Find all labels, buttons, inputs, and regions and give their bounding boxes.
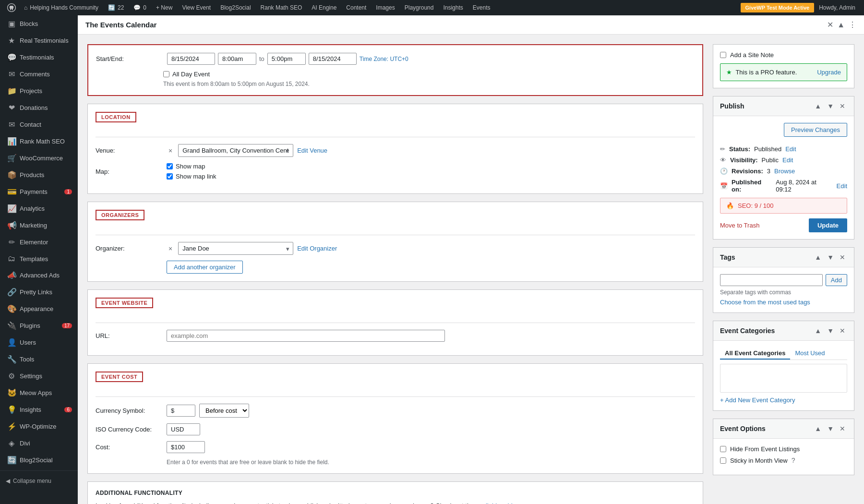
sidebar-item-advanced-ads[interactable]: 📣 Advanced Ads	[0, 267, 78, 284]
timezone-link[interactable]: Time Zone: UTC+0	[360, 56, 408, 62]
start-date-input[interactable]	[167, 53, 215, 65]
add-ons-link[interactable]: available add-ons	[476, 502, 525, 504]
collapse-menu-button[interactable]: ◀ Collapse menu	[0, 473, 78, 489]
sidebar-item-meow-apps[interactable]: 🐱 Meow Apps	[0, 384, 78, 401]
sidebar-item-insights[interactable]: 💡 Insights 6	[0, 401, 78, 418]
url-input[interactable]	[167, 330, 445, 342]
edit-venue-link[interactable]: Edit Venue	[297, 147, 327, 154]
show-map-link-checkbox[interactable]	[167, 173, 173, 180]
sidebar-item-blog2social[interactable]: 🔄 Blog2Social	[0, 452, 78, 468]
event-options-collapse-button[interactable]: ▲	[813, 424, 823, 433]
event-categories-expand-button[interactable]: ▼	[825, 326, 836, 336]
content-bar[interactable]: Content	[341, 0, 371, 15]
hide-from-listings-label[interactable]: Hide From Event Listings	[730, 445, 800, 453]
most-used-tab[interactable]: Most Used	[790, 348, 829, 360]
site-note-checkbox[interactable]	[720, 52, 726, 58]
add-tag-button[interactable]: Add	[826, 274, 847, 286]
sidebar-item-pretty-links[interactable]: 🔗 Pretty Links	[0, 284, 78, 300]
all-day-label[interactable]: All Day Event	[172, 71, 210, 78]
rank-math-bar[interactable]: Rank Math SEO	[256, 0, 307, 15]
update-button[interactable]: Update	[809, 218, 847, 232]
sidebar-item-contact[interactable]: ✉ Contact	[0, 116, 78, 133]
tags-collapse-button[interactable]: ▲	[813, 252, 823, 262]
hide-from-listings-checkbox[interactable]	[720, 446, 726, 452]
end-date-input[interactable]	[309, 53, 357, 65]
cost-input[interactable]	[167, 441, 205, 453]
tags-choose-link[interactable]: Choose from the most used tags	[720, 299, 810, 306]
publish-collapse-button[interactable]: ▲	[813, 101, 823, 111]
iso-input[interactable]	[167, 423, 200, 435]
event-options-expand-button[interactable]: ▼	[825, 424, 836, 433]
images-bar[interactable]: Images	[371, 0, 399, 15]
tec-settings-button[interactable]: ⋮	[849, 20, 856, 29]
sidebar-item-plugins[interactable]: 🔌 Plugins 17	[0, 317, 78, 334]
sidebar-item-rank-math[interactable]: 📊 Rank Math SEO	[0, 133, 78, 150]
playground-bar[interactable]: Playground	[400, 0, 439, 15]
sidebar-item-real-testimonials[interactable]: ★ Real Testimonials	[0, 32, 78, 49]
sidebar-item-payments[interactable]: 💳 Payments 1	[0, 183, 78, 200]
event-categories-collapse-button[interactable]: ▲	[813, 326, 823, 336]
sticky-month-checkbox[interactable]	[720, 457, 726, 464]
view-event-bar[interactable]: View Event	[177, 0, 216, 15]
givewp-badge[interactable]: GiveWP Test Mode Active	[741, 3, 815, 12]
sidebar-item-comments[interactable]: ✉ Comments	[0, 66, 78, 83]
status-edit-link[interactable]: Edit	[785, 145, 796, 153]
sidebar-item-elementor[interactable]: ✏ Elementor	[0, 234, 78, 251]
revisions-browse-link[interactable]: Browse	[774, 168, 795, 175]
end-time-input[interactable]	[267, 53, 306, 65]
sidebar-item-wp-optimize[interactable]: ⚡ WP-Optimize	[0, 418, 78, 435]
sidebar-item-donations[interactable]: ❤ Donations	[0, 99, 78, 116]
publish-toggle-button[interactable]: ✕	[838, 101, 847, 111]
visibility-edit-link[interactable]: Edit	[782, 156, 793, 164]
sidebar-item-products[interactable]: 📦 Products	[0, 167, 78, 183]
tags-input[interactable]	[720, 274, 823, 286]
upgrade-link[interactable]: Upgrade	[817, 69, 841, 76]
venue-clear-button[interactable]: ×	[167, 147, 174, 155]
sidebar-item-woocommerce[interactable]: 🛒 WooCommerce	[0, 150, 78, 167]
preview-changes-button[interactable]: Preview Changes	[784, 123, 847, 137]
updates-bar[interactable]: 🔄 22	[103, 0, 129, 15]
add-organizer-button[interactable]: Add another organizer	[167, 261, 243, 274]
all-day-checkbox[interactable]	[163, 71, 169, 77]
site-note-label[interactable]: Add a Site Note	[730, 51, 774, 59]
insights-bar[interactable]: Insights	[438, 0, 468, 15]
sidebar-item-analytics[interactable]: 📈 Analytics	[0, 200, 78, 217]
edit-organizer-link[interactable]: Edit Organizer	[297, 245, 337, 252]
sidebar-item-tools[interactable]: 🔧 Tools	[0, 351, 78, 368]
start-time-input[interactable]	[218, 53, 256, 65]
venue-select[interactable]: Grand Ballroom, City Convention Center	[178, 144, 293, 157]
currency-symbol-input[interactable]	[167, 405, 195, 417]
event-categories-toggle-button[interactable]: ✕	[838, 326, 847, 336]
sidebar-item-blocks[interactable]: ▣ Blocks	[0, 15, 78, 32]
before-cost-select[interactable]: Before cost	[199, 404, 249, 418]
sidebar-item-marketing[interactable]: 📢 Marketing	[0, 217, 78, 234]
tec-close-button[interactable]: ✕	[827, 20, 833, 29]
comments-bar[interactable]: 💬 0	[129, 0, 151, 15]
show-map-label[interactable]: Show map	[176, 163, 205, 170]
organizer-select[interactable]: Jane Doe	[178, 242, 293, 255]
ai-engine-bar[interactable]: AI Engine	[307, 0, 341, 15]
blog2social-bar[interactable]: Blog2Social	[216, 0, 255, 15]
published-edit-link[interactable]: Edit	[837, 182, 847, 190]
tec-collapse-button[interactable]: ▲	[837, 20, 845, 29]
show-map-link-label[interactable]: Show map link	[176, 173, 216, 180]
site-name-bar[interactable]: ⌂ Helping Hands Community	[19, 0, 103, 15]
sidebar-item-divi[interactable]: ◈ Divi	[0, 435, 78, 452]
sidebar-item-settings[interactable]: ⚙ Settings	[0, 368, 78, 384]
sticky-month-label[interactable]: Sticky in Month View	[730, 457, 788, 464]
publish-expand-button[interactable]: ▼	[825, 101, 836, 111]
sidebar-item-testimonials[interactable]: 💬 Testimonials	[0, 49, 78, 66]
sidebar-item-templates[interactable]: 🗂 Templates	[0, 251, 78, 267]
events-bar[interactable]: Events	[468, 0, 495, 15]
sidebar-item-users[interactable]: 👤 Users	[0, 334, 78, 351]
new-bar[interactable]: + New	[151, 0, 177, 15]
organizer-clear-button[interactable]: ×	[167, 245, 174, 252]
sidebar-item-appearance[interactable]: 🎨 Appearance	[0, 300, 78, 317]
event-options-toggle-button[interactable]: ✕	[838, 424, 847, 433]
wp-logo[interactable]	[4, 0, 19, 15]
tags-expand-button[interactable]: ▼	[825, 252, 836, 262]
show-map-checkbox[interactable]	[167, 163, 173, 169]
add-new-category-link[interactable]: + Add New Event Category	[720, 396, 795, 404]
trash-link[interactable]: Move to Trash	[720, 222, 759, 229]
sidebar-item-projects[interactable]: 📁 Projects	[0, 83, 78, 99]
